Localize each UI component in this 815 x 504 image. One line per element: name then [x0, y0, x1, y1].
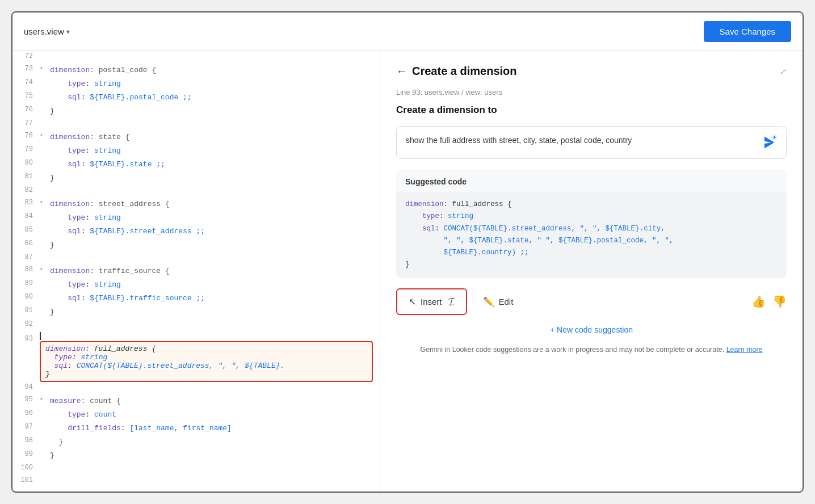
right-panel: ← Create a dimension ⤢ Line 93: users.vi… [380, 51, 803, 492]
code-line: 98 } [12, 435, 380, 449]
panel-breadcrumb: Line 93: users.view / view: users [396, 88, 787, 96]
code-line: 100 [12, 463, 380, 475]
prompt-text: show the full address with street, city,… [406, 135, 754, 146]
code-line: 87 [12, 252, 380, 264]
send-icon: ✦ [761, 135, 777, 150]
create-dimension-label: Create a dimension to [396, 104, 787, 116]
back-button[interactable]: ← [396, 65, 408, 78]
code-line: 79 type: string [12, 144, 380, 158]
code-line: 77 [12, 118, 380, 131]
code-line: 89 type: string [12, 278, 380, 292]
highlight-line-container: 93 dimension: full_address { type: strin… [12, 331, 380, 382]
main-content: 72 73 ▾ dimension: postal_code { 74 type… [12, 51, 803, 492]
suggested-code-body: dimension: full_address { type: string s… [396, 192, 787, 278]
code-line: 94 [12, 382, 380, 394]
new-suggestion-link[interactable]: + New code suggestion [396, 325, 787, 334]
suggested-code-section: Suggested code dimension: full_address {… [396, 169, 787, 278]
code-line: 99 } [12, 449, 380, 463]
file-title: users.view ▾ [24, 27, 70, 36]
code-line: 84 type: string [12, 211, 380, 225]
edit-pencil-icon: ✏️ [483, 296, 494, 307]
code-line: 76 } [12, 104, 380, 118]
code-line: 72 [12, 51, 380, 64]
prompt-box: show the full address with street, city,… [396, 126, 787, 159]
expand-icon[interactable]: ⤢ [780, 67, 787, 76]
insert-label: Insert [421, 297, 442, 306]
panel-title: Create a dimension [412, 65, 517, 78]
code-line: 81 } [12, 171, 380, 185]
save-changes-button[interactable]: Save Changes [704, 21, 791, 42]
inserted-code-block: dimension: full_address { type: string s… [40, 341, 373, 382]
code-line: 97 drill_fields: [last_name, first_name] [12, 422, 380, 435]
filename-chevron[interactable]: ▾ [66, 28, 70, 36]
action-row: ↖ Insert 𝓘 ✏️ Edit 👍 👎 [396, 288, 787, 315]
code-line: 92 [12, 319, 380, 331]
thumbs-up-button[interactable]: 👍 [751, 295, 766, 308]
code-line: 101 [12, 475, 380, 488]
filename: users.view [24, 27, 64, 36]
code-line: 95 ▾ measure: count { [12, 394, 380, 408]
code-line: 91 } [12, 305, 380, 319]
code-line: 83 ▾ dimension: street_address { [12, 198, 380, 211]
suggested-code-header: Suggested code [396, 169, 787, 192]
code-editor-pane[interactable]: 72 73 ▾ dimension: postal_code { 74 type… [12, 51, 380, 492]
code-lines: 72 73 ▾ dimension: postal_code { 74 type… [12, 51, 380, 488]
app-window: users.view ▾ Save Changes 72 73 ▾ dimens… [11, 11, 804, 493]
code-line: 88 ▾ dimension: traffic_source { [12, 264, 380, 278]
feedback-buttons: 👍 👎 [751, 295, 787, 308]
code-line: 86 } [12, 238, 380, 252]
edit-label: Edit [499, 297, 514, 306]
learn-more-link[interactable]: Learn more [726, 346, 763, 354]
code-line: 85 sql: ${TABLE}.street_address ;; [12, 225, 380, 238]
svg-text:✦: ✦ [772, 135, 776, 140]
insert-button[interactable]: ↖ Insert 𝓘 [396, 288, 467, 315]
code-line: 80 sql: ${TABLE}.state ;; [12, 158, 380, 171]
thumbs-down-button[interactable]: 👎 [772, 295, 787, 308]
cursor-icon: 𝓘 [448, 295, 455, 308]
code-line: 90 sql: ${TABLE}.traffic_source ;; [12, 292, 380, 305]
code-line: 75 sql: ${TABLE}.postal_code ;; [12, 91, 380, 104]
code-line: 73 ▾ dimension: postal_code { [12, 64, 380, 77]
insert-icon: ↖ [409, 296, 416, 307]
panel-header-row: ← Create a dimension ⤢ [396, 65, 787, 78]
disclaimer-text: Gemini in Looker code suggestions are a … [396, 345, 787, 355]
code-line: 74 type: string [12, 77, 380, 91]
header: users.view ▾ Save Changes [12, 12, 803, 51]
send-prompt-button[interactable]: ✦ [761, 135, 777, 150]
code-line: 82 [12, 185, 380, 198]
edit-button[interactable]: ✏️ Edit [476, 292, 520, 312]
code-line: 96 type: count [12, 408, 380, 422]
code-line: 78 ▾ dimension: state { [12, 131, 380, 144]
